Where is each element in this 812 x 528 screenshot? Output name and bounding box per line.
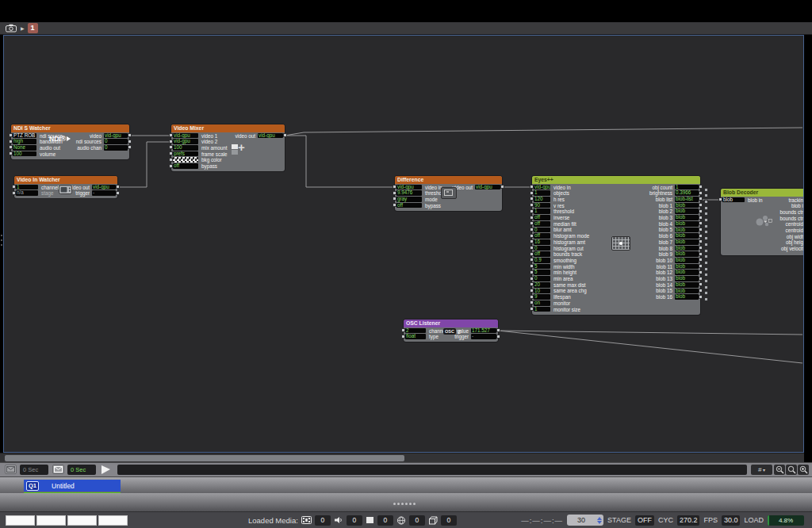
stage-preview[interactable] [98, 515, 128, 526]
patch-canvas[interactable]: NDI S WatcherPTZ ROBndi sourcehighbandwi… [3, 35, 804, 453]
input-value[interactable]: 1 [534, 190, 550, 196]
output-port[interactable] [705, 262, 707, 264]
input-port[interactable] [170, 140, 172, 143]
output-port[interactable] [699, 265, 702, 267]
output-port[interactable] [699, 277, 702, 280]
node-blob-decoder[interactable]: Blob Decoderblobblob intrackinblob iboun… [721, 189, 804, 255]
output-port[interactable] [699, 216, 702, 219]
input-port[interactable] [170, 165, 172, 167]
stage-preview[interactable] [67, 515, 97, 526]
jump-flag-icon[interactable] [102, 465, 110, 474]
stage-preview[interactable] [36, 515, 66, 526]
output-port[interactable] [705, 268, 707, 270]
input-value[interactable]: off [534, 221, 550, 227]
output-port[interactable] [128, 134, 131, 136]
input-value[interactable]: 0 [534, 228, 550, 233]
input-value[interactable]: off [534, 215, 550, 220]
output-port[interactable] [705, 280, 707, 282]
output-port[interactable] [699, 186, 702, 188]
input-port[interactable] [530, 258, 533, 261]
output-port[interactable] [497, 335, 500, 338]
input-port[interactable] [170, 146, 172, 148]
input-port[interactable] [10, 152, 12, 155]
drag-handle-dots[interactable] [393, 503, 416, 505]
node-title[interactable]: Eyes++ [532, 176, 700, 184]
input-port[interactable] [530, 247, 533, 249]
output-port[interactable] [705, 243, 707, 246]
disclosure-play-icon[interactable]: ▶ [21, 26, 25, 31]
input-value[interactable]: 2 [405, 328, 426, 334]
output-port[interactable] [705, 274, 707, 276]
output-port[interactable] [699, 247, 702, 249]
output-port[interactable] [699, 197, 702, 200]
input-value[interactable]: off [534, 233, 550, 239]
input-port[interactable] [393, 197, 396, 200]
node-osc-listener[interactable]: OSC Listener2channelfloattype171.527valu… [404, 319, 498, 342]
jump-envelope-button[interactable] [52, 465, 64, 474]
input-port[interactable] [393, 192, 396, 194]
node-eyes-plus-plus[interactable]: Eyes++vid-gpuvideo in1objects120h res90v… [532, 176, 700, 315]
pane-splitter-handle[interactable] [0, 235, 3, 255]
output-port[interactable] [699, 240, 702, 243]
output-port[interactable] [705, 189, 707, 191]
output-port[interactable] [699, 192, 702, 194]
input-port[interactable] [530, 192, 533, 194]
input-port[interactable] [530, 296, 533, 298]
input-value[interactable]: 120 [534, 197, 550, 202]
output-port[interactable] [705, 207, 707, 209]
node-title[interactable]: Video In Watcher [14, 176, 117, 184]
input-port[interactable] [170, 134, 172, 136]
input-port[interactable] [530, 228, 533, 231]
input-value[interactable]: 1 [534, 209, 550, 214]
input-port[interactable] [530, 216, 533, 219]
input-port[interactable] [530, 253, 533, 255]
output-port[interactable] [705, 219, 707, 221]
fps-target-stepper[interactable]: 30 [567, 515, 603, 526]
scene-tab-q1[interactable]: Q1 Untitled [24, 480, 121, 492]
output-port[interactable] [699, 222, 702, 224]
input-value[interactable]: 0 [534, 246, 550, 251]
output-port[interactable] [699, 253, 702, 255]
input-value[interactable]: vid-gpu [173, 139, 198, 144]
input-value[interactable]: 0.9 [534, 258, 550, 263]
input-value[interactable]: 90 [534, 203, 550, 209]
input-value[interactable]: 10 [534, 289, 550, 294]
node-video-mixer[interactable]: Video Mixervid-gpuvideo 1vid-gpuvideo 21… [171, 124, 285, 171]
input-port[interactable] [10, 146, 12, 148]
input-port[interactable] [530, 265, 533, 267]
node-title[interactable]: Blob Decoder [721, 189, 804, 197]
input-port[interactable] [530, 283, 533, 285]
camera-icon[interactable] [5, 24, 17, 33]
input-value[interactable]: 5 [534, 270, 550, 275]
input-port[interactable] [13, 186, 15, 188]
input-value[interactable]: on [534, 300, 550, 306]
patch-wire[interactable] [285, 136, 395, 187]
input-value[interactable]: 100 [173, 145, 198, 151]
input-value[interactable]: off [534, 251, 550, 257]
output-port[interactable] [699, 289, 702, 292]
output-port[interactable] [705, 225, 707, 228]
output-port[interactable] [705, 212, 707, 215]
zoom-in-button[interactable] [798, 465, 809, 475]
input-value[interactable]: vid-gpu [396, 185, 422, 190]
output-port[interactable] [497, 329, 500, 331]
input-value[interactable]: 1 [534, 307, 550, 312]
output-port[interactable] [117, 192, 119, 194]
input-port[interactable] [170, 159, 172, 161]
output-port[interactable] [699, 271, 702, 274]
input-value[interactable]: off [396, 203, 422, 209]
input-port[interactable] [402, 335, 404, 338]
output-port[interactable] [699, 283, 702, 285]
stage-preview[interactable] [6, 515, 35, 526]
output-port[interactable] [128, 140, 131, 143]
input-port[interactable] [170, 152, 172, 155]
output-port[interactable] [705, 292, 707, 294]
input-port[interactable] [530, 235, 533, 237]
output-port[interactable] [705, 237, 707, 239]
node-title[interactable]: NDI S Watcher [11, 124, 129, 132]
fade-time-field[interactable]: 0 Sec [20, 465, 48, 475]
node-difference[interactable]: Differencevid-gpuvideo in9.9476threshold… [395, 176, 502, 211]
input-port[interactable] [10, 140, 12, 143]
output-port[interactable] [501, 186, 504, 188]
patch-wire[interactable] [498, 331, 802, 335]
